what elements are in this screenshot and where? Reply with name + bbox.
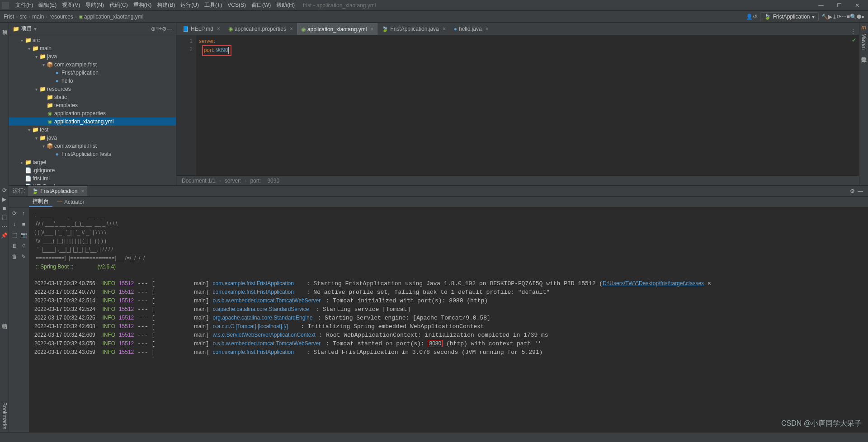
code-text[interactable]: server: port: 9090 xyxy=(196,35,859,175)
tree-node[interactable]: 📁static xyxy=(9,93,176,101)
expand-arrow-icon[interactable]: ▾ xyxy=(41,62,46,67)
expand-arrow-icon[interactable]: ▾ xyxy=(33,87,39,92)
toolbar-icon[interactable]: 🔍 xyxy=(850,14,857,20)
menu-item[interactable]: 视图(V) xyxy=(59,2,83,8)
maven-tool-button[interactable]: Maven xyxy=(861,33,867,50)
tree-node[interactable]: ▾📁test xyxy=(9,126,176,134)
breadcrumb-segment[interactable]: Frist xyxy=(4,14,14,20)
toolbar-icon[interactable]: ↺ xyxy=(753,14,757,20)
run-icon[interactable]: ▶ xyxy=(2,196,6,202)
console-action-icon[interactable]: 🖨 xyxy=(19,242,28,250)
close-icon[interactable]: × xyxy=(290,26,293,32)
menu-item[interactable]: 文件(F) xyxy=(13,2,36,8)
pin-icon[interactable]: 📌 xyxy=(1,232,8,239)
toolbar-icon[interactable]: ● xyxy=(861,14,864,20)
toolbar-icon[interactable]: ⤓ xyxy=(832,14,837,20)
menu-item[interactable]: 窗口(W) xyxy=(249,2,274,8)
console-action-icon[interactable]: 📷 xyxy=(19,231,28,239)
toolbar-icon[interactable]: 👤 xyxy=(746,14,753,20)
tree-node[interactable]: ▾📁java xyxy=(9,52,176,61)
menu-item[interactable]: 编辑(E) xyxy=(36,2,59,8)
tree-node[interactable]: 📄frist.iml xyxy=(9,174,176,183)
tree-node[interactable]: 📄.gitignore xyxy=(9,166,176,174)
toolbar-icon[interactable]: ⟳ xyxy=(837,14,841,20)
toolbar-icon[interactable]: ▶ xyxy=(828,14,832,20)
tree-node[interactable]: ●FristApplicationTests xyxy=(9,150,176,158)
breadcrumb-segment[interactable]: resources xyxy=(49,14,73,20)
menu-item[interactable]: 工具(T) xyxy=(202,2,225,8)
tree-node[interactable]: ◉application.properties xyxy=(9,109,176,118)
run-subtab[interactable]: 〰Actuator xyxy=(53,198,88,206)
expand-arrow-icon[interactable]: ▾ xyxy=(26,46,32,51)
breadcrumb-segment[interactable]: main xyxy=(32,14,44,20)
project-header-icon[interactable]: — xyxy=(167,26,172,32)
inspection-ok-icon[interactable]: ✔ xyxy=(852,37,856,43)
console-action-icon[interactable]: 🗑 xyxy=(10,253,19,261)
close-icon[interactable]: × xyxy=(370,26,373,33)
project-header-icon[interactable]: ÷ xyxy=(159,26,162,32)
stop-icon[interactable]: ■ xyxy=(3,205,6,212)
hide-icon[interactable]: — xyxy=(856,188,864,194)
path-segment[interactable]: server: xyxy=(225,178,241,184)
console-action-icon[interactable]: ✎ xyxy=(19,253,28,261)
expand-arrow-icon[interactable]: ▾ xyxy=(19,38,24,43)
tree-node[interactable]: 📄HELP.md xyxy=(9,183,176,185)
tree-node[interactable]: ●FristApplication xyxy=(9,69,176,77)
tree-node[interactable]: ▸📁target xyxy=(9,158,176,166)
expand-arrow-icon[interactable]: ▸ xyxy=(19,160,24,165)
close-icon[interactable]: × xyxy=(443,26,446,32)
expand-arrow-icon[interactable]: ▾ xyxy=(26,127,32,132)
project-tool-button[interactable]: 项目 xyxy=(0,23,9,28)
tree-node[interactable]: ▾📁java xyxy=(9,134,176,142)
chevron-down-icon[interactable]: ▾ xyxy=(34,26,37,32)
console-action-icon[interactable]: ⟳ xyxy=(10,209,19,217)
editor-tab[interactable]: 📘HELP.md× xyxy=(178,23,224,35)
editor-tab[interactable]: ◉application_xiaotang.yml× xyxy=(297,23,377,35)
tree-node[interactable]: ▾📦com.example.frist xyxy=(9,61,176,69)
console-action-icon[interactable]: 🖥 xyxy=(10,242,19,250)
menu-item[interactable]: 代码(C) xyxy=(107,2,131,8)
toolbar-icon[interactable]: 🔨 xyxy=(821,14,828,20)
project-tree[interactable]: ▾📁src▾📁main▾📁java▾📦com.example.frist●Fri… xyxy=(9,35,176,185)
run-config-selector[interactable]: 🍃 FristApplication ▾ xyxy=(760,12,818,21)
run-subtab[interactable]: 控制台 xyxy=(29,197,52,207)
bookmarks-tool-button[interactable]: Bookmarks xyxy=(1,402,8,429)
toolbar-icon[interactable]: ■ xyxy=(847,14,850,20)
close-icon[interactable]: × xyxy=(486,26,489,32)
toolbar-icon[interactable]: ⬢ xyxy=(857,14,861,20)
expand-arrow-icon[interactable]: ▾ xyxy=(33,54,39,59)
menu-item[interactable]: 运行(U) xyxy=(178,2,202,8)
rerun-icon[interactable]: ⟳ xyxy=(2,187,7,193)
tree-node[interactable]: ▾📁main xyxy=(9,44,176,52)
expand-arrow-icon[interactable]: ▾ xyxy=(33,136,39,141)
tree-node[interactable]: ▾📁src xyxy=(9,36,176,44)
console-action-icon[interactable]: ⬚ xyxy=(10,231,19,239)
console-action-icon[interactable]: ↓ xyxy=(10,220,19,228)
maximize-button[interactable]: ☐ xyxy=(830,2,848,9)
project-header-icon[interactable]: ⚙ xyxy=(162,26,167,32)
tab-more-icon[interactable]: ⋮ xyxy=(849,28,857,35)
close-button[interactable]: ✕ xyxy=(848,2,866,9)
breadcrumb-segment[interactable]: src xyxy=(19,14,27,20)
more-icon[interactable]: ⋯ xyxy=(2,223,7,230)
breadcrumb-segment[interactable]: ◉application_xiaotang.yml xyxy=(79,14,143,20)
console-output[interactable]: . ____ _ __ _ _ /\\ / ___'_ __ _ _(_)_ _… xyxy=(29,207,868,432)
editor-tab[interactable]: 🍃FristApplication.java× xyxy=(377,23,449,35)
menu-item[interactable]: 构建(B) xyxy=(154,2,178,8)
menu-item[interactable]: 帮助(H) xyxy=(274,2,297,8)
tree-node[interactable]: ▾📁resources xyxy=(9,85,176,93)
menu-item[interactable]: VCS(S) xyxy=(225,2,249,8)
tree-node[interactable]: ◉application_xiaotang.yml xyxy=(9,118,176,126)
tree-node[interactable]: ▾📦com.example.frist xyxy=(9,142,176,150)
code-editor[interactable]: 1 2 server: port: 9090 ✔ xyxy=(176,35,859,175)
minimize-button[interactable]: — xyxy=(812,2,830,9)
path-segment[interactable]: port: xyxy=(250,178,261,184)
console-action-icon[interactable]: ↑ xyxy=(19,209,28,217)
menu-item[interactable]: 导航(N) xyxy=(83,2,107,8)
maven-icon[interactable]: m xyxy=(861,24,866,31)
gear-icon[interactable]: ⚙ xyxy=(848,188,856,194)
tree-node[interactable]: 📁templates xyxy=(9,101,176,109)
menu-item[interactable]: 重构(R) xyxy=(131,2,155,8)
close-icon[interactable]: × xyxy=(217,26,220,32)
layout-icon[interactable]: ⬚ xyxy=(2,214,7,221)
